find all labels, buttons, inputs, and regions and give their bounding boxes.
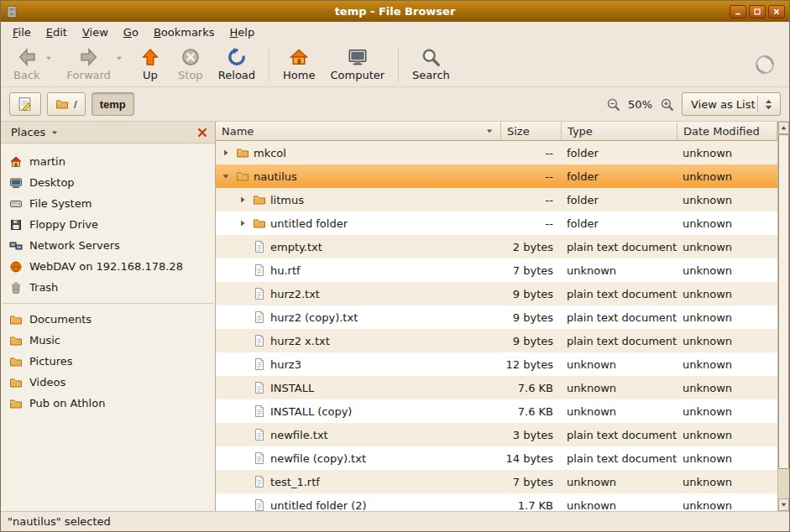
sidebar-items: martinDesktopFile SystemFloppy DriveNetw… [1,143,215,414]
file-row-newfile-txt[interactable]: newfile.txt3 bytesplain text documentunk… [216,423,777,446]
text-file-icon [253,240,266,253]
column-header-name[interactable]: Name [216,122,501,141]
file-row-untitled-folder[interactable]: untitled folder--folderunknown [216,211,777,235]
titlebar[interactable]: temp - File Browser [1,1,789,22]
text-file-icon [253,357,266,371]
file-type: unknown [562,352,678,376]
file-name: hurz3 [270,358,301,371]
scroll-down-button[interactable] [778,498,789,511]
file-row-empty-txt[interactable]: empty.txt2 bytesplain text documentunkno… [216,235,777,258]
forward-history-dropdown[interactable] [115,54,123,62]
file-row-hu-rtf[interactable]: hu.rtf7 bytesunknownunknown [216,258,777,282]
file-size: 7.6 KB [501,399,562,423]
menu-edit[interactable]: Edit [39,23,74,41]
column-label: Date Modified [683,125,760,138]
sidebar-item-label: Desktop [29,176,75,189]
zoom-in-button[interactable] [660,97,674,112]
expander-collapsed-icon[interactable] [237,218,249,228]
sidebar-close-button[interactable] [195,125,210,140]
sidebar-item-pictures[interactable]: Pictures [1,351,215,372]
expander-expanded-icon[interactable] [220,171,232,181]
sidebar-header: Places [1,122,215,143]
scrollbar-track[interactable] [778,134,789,498]
reload-button[interactable]: Reload [211,44,263,85]
column-header-date-modified[interactable]: Date Modified [678,122,777,141]
file-size: -- [501,141,562,164]
status-text: "nautilus" selected [8,515,111,528]
places-selector[interactable]: Places [6,124,64,140]
file-row-install[interactable]: INSTALL7.6 KBunknownunknown [216,376,777,399]
text-file-icon [253,404,266,418]
maximize-button[interactable] [749,5,766,18]
sidebar-item-webdav-on-192-168-178-28[interactable]: WebDAV on 192.168.178.28 [1,256,215,277]
menu-help[interactable]: Help [223,23,262,41]
file-size: 1.7 KB [501,493,562,511]
view-as-combo[interactable]: View as List [682,92,781,116]
expander-collapsed-icon[interactable] [237,195,249,205]
sidebar-item-trash[interactable]: Trash [1,277,215,298]
sidebar-item-martin[interactable]: martin [1,151,215,172]
column-header-size[interactable]: Size [501,122,562,141]
file-row-mkcol[interactable]: mkcol--folderunknown [216,141,777,164]
file-row-hurz2-x-txt[interactable]: hurz2 x.txt9 bytesplain text documentunk… [216,329,777,352]
minimize-button[interactable] [730,5,746,18]
file-type: plain text document [562,235,678,258]
path-button-current[interactable]: temp [92,92,134,116]
file-modified: unknown [678,470,777,493]
file-name: mkcol [254,147,286,159]
close-button[interactable] [768,5,785,18]
file-size: 9 bytes [501,282,562,305]
file-row-install-copy-[interactable]: INSTALL (copy)7.6 KBunknownunknown [216,399,777,423]
column-label: Name [222,125,254,138]
places-sidebar: Places martinDesktopFile SystemFloppy Dr… [1,122,216,511]
scrollbar-thumb[interactable] [778,134,789,469]
file-modified: unknown [678,446,777,470]
sidebar-item-videos[interactable]: Videos [1,372,215,393]
search-button[interactable]: Search [405,44,458,85]
sidebar-item-floppy-drive[interactable]: Floppy Drive [1,214,215,235]
drop-down-icon [50,128,59,137]
scroll-up-button[interactable] [778,122,789,134]
forward-button[interactable]: Forward [60,44,118,85]
menu-go[interactable]: Go [117,23,145,41]
view-as-label: View as List [691,98,756,111]
menu-bookmarks[interactable]: Bookmarks [147,23,222,41]
up-button[interactable]: Up [130,44,170,85]
sidebar-item-documents[interactable]: Documents [1,309,215,330]
file-modified: unknown [678,352,777,376]
sidebar-item-pub-on-athlon[interactable]: Pub on Athlon [1,393,215,414]
file-row-hurz2-copy-txt[interactable]: hurz2 (copy).txt9 bytesplain text docume… [216,305,777,329]
sidebar-item-desktop[interactable]: Desktop [1,172,215,193]
vertical-scrollbar[interactable] [777,122,789,511]
home-button[interactable]: Home [275,44,322,85]
toggle-location-entry-button[interactable] [9,92,41,116]
expander-collapsed-icon[interactable] [220,148,232,158]
menu-file[interactable]: File [6,23,38,41]
file-row-untitled-folder-2-[interactable]: untitled folder (2)1.7 KBunknownunknown [216,493,777,511]
folder-small-icon [9,355,23,368]
sidebar-item-network-servers[interactable]: Network Servers [1,235,215,256]
file-row-hurz2-txt[interactable]: hurz2.txt9 bytesplain text documentunkno… [216,282,777,305]
computer-button[interactable]: Computer [322,44,392,85]
zoom-out-button[interactable] [606,97,620,112]
path-current-label: temp [100,98,126,111]
file-row-newfile-copy-txt[interactable]: newfile (copy).txt14 bytesplain text doc… [216,446,777,470]
column-header-type[interactable]: Type [562,122,678,141]
menu-view[interactable]: View [76,23,115,41]
back-button[interactable]: Back [6,44,48,85]
path-button-root[interactable]: / [47,92,86,116]
folder-icon [253,216,266,230]
sort-indicator-icon [484,126,494,136]
file-row-nautilus[interactable]: nautilus--folderunknown [216,164,777,188]
text-file-icon [253,475,266,488]
sidebar-item-label: Trash [29,281,58,294]
back-history-dropdown[interactable] [44,54,53,62]
sidebar-item-file-system[interactable]: File System [1,193,215,214]
file-row-hurz3[interactable]: hurz312 bytesunknownunknown [216,352,777,376]
stop-button[interactable]: Stop [170,44,211,85]
tool-label: Back [13,69,40,81]
file-row-litmus[interactable]: litmus--folderunknown [216,188,777,211]
file-row-test-1-rtf[interactable]: test_1.rtf7 bytesunknownunknown [216,470,777,493]
sidebar-item-music[interactable]: Music [1,330,215,351]
file-size: -- [501,211,562,235]
